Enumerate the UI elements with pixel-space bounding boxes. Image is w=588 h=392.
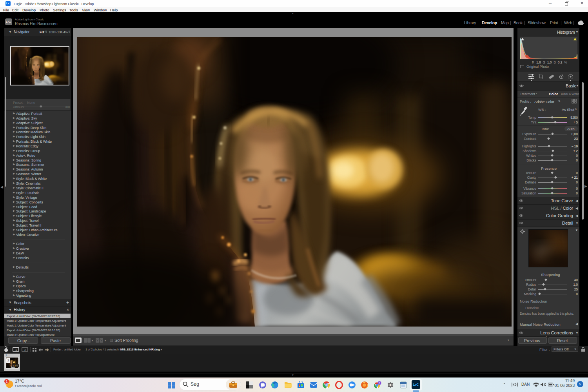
svg-text:1: 1 — [6, 379, 8, 383]
svg-text:R: R — [379, 382, 381, 384]
